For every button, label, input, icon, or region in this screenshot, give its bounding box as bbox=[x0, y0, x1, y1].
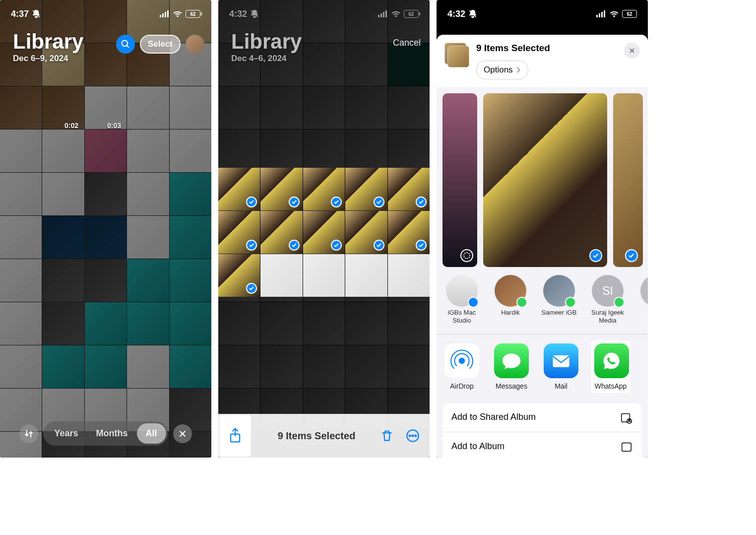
app-mail[interactable]: Mail bbox=[542, 343, 580, 393]
select-button[interactable]: Select bbox=[140, 35, 181, 54]
check-icon bbox=[416, 240, 427, 251]
profile-avatar[interactable] bbox=[186, 35, 204, 54]
check-icon bbox=[246, 197, 257, 207]
segment-all[interactable]: All bbox=[137, 423, 166, 444]
close-filter-button[interactable] bbox=[173, 424, 192, 443]
photo-thumb[interactable] bbox=[260, 254, 302, 297]
avatar bbox=[495, 275, 526, 307]
bell-slash-icon bbox=[250, 9, 259, 18]
segment-years[interactable]: Years bbox=[45, 423, 87, 444]
video-duration: 0:02 bbox=[64, 122, 78, 130]
contact-name: Sameer iGB bbox=[540, 309, 578, 317]
live-photo-icon bbox=[460, 249, 473, 262]
messages-badge-icon bbox=[565, 297, 576, 308]
options-label: Options bbox=[484, 65, 513, 75]
selected-photos-grid[interactable] bbox=[218, 168, 430, 297]
avatar bbox=[640, 275, 648, 307]
search-icon bbox=[121, 39, 130, 49]
share-sheet: 9 Items Selected Options iGBs Mac Studio bbox=[437, 35, 648, 458]
photo-thumb[interactable] bbox=[345, 168, 387, 210]
photo-thumb[interactable] bbox=[303, 211, 345, 254]
share-contact[interactable]: P bbox=[637, 275, 648, 325]
selection-count: 9 Items Selected bbox=[278, 430, 356, 442]
wifi-icon bbox=[609, 10, 619, 17]
close-icon bbox=[629, 47, 635, 54]
photo-thumb[interactable] bbox=[388, 211, 430, 254]
options-button[interactable]: Options bbox=[476, 61, 528, 79]
bell-slash-icon bbox=[32, 9, 41, 18]
svg-point-22 bbox=[629, 419, 630, 421]
preview-item[interactable] bbox=[613, 93, 643, 267]
photo-thumb[interactable] bbox=[218, 168, 260, 210]
share-title: 9 Items Selected bbox=[476, 43, 550, 54]
photo-grid[interactable] bbox=[0, 0, 211, 458]
share-contact[interactable]: iGBs Mac Studio bbox=[442, 275, 481, 325]
close-button[interactable] bbox=[624, 43, 640, 59]
cellular-icon bbox=[378, 10, 388, 17]
action-label: Add to Album bbox=[451, 441, 504, 452]
status-bar: 4:32 62 bbox=[218, 0, 430, 25]
more-icon[interactable] bbox=[406, 429, 420, 443]
share-contact[interactable]: Sameer iGB bbox=[540, 275, 578, 325]
share-contacts-row[interactable]: iGBs Mac Studio Hardik Sameer iGB SI Sur… bbox=[437, 273, 648, 334]
share-button[interactable] bbox=[220, 416, 250, 456]
app-messages[interactable]: Messages bbox=[492, 343, 531, 393]
photo-thumb[interactable] bbox=[388, 168, 430, 210]
svg-rect-15 bbox=[599, 13, 600, 17]
photo-thumb[interactable] bbox=[218, 254, 260, 297]
photo-thumb[interactable] bbox=[260, 211, 302, 254]
share-contact[interactable]: SI Suraj Igeek Media bbox=[588, 275, 627, 325]
library-header: Library Dec 6–9, 2024 bbox=[13, 30, 83, 64]
avatar bbox=[446, 275, 478, 307]
date-range: Dec 4–6, 2024 bbox=[231, 54, 302, 64]
photo-thumb[interactable] bbox=[218, 211, 260, 254]
photo-thumb[interactable] bbox=[388, 254, 430, 297]
share-apps-row[interactable]: AirDrop Messages Mail WhatsApp bbox=[437, 334, 648, 403]
sort-button[interactable] bbox=[19, 424, 38, 443]
battery-icon: 62 bbox=[622, 10, 637, 18]
photo-thumb[interactable] bbox=[303, 254, 345, 297]
shared-album-icon bbox=[620, 411, 633, 424]
check-icon bbox=[625, 249, 638, 262]
airdrop-badge-icon bbox=[468, 297, 479, 308]
share-actions-list: Add to Shared Album Add to Album bbox=[442, 403, 642, 458]
close-icon bbox=[178, 429, 187, 438]
page-title: Library bbox=[13, 30, 83, 54]
status-time: 4:32 bbox=[447, 9, 465, 19]
svg-rect-8 bbox=[385, 10, 387, 17]
check-icon bbox=[246, 283, 257, 294]
share-previews[interactable] bbox=[437, 87, 648, 273]
contact-name: Suraj Igeek Media bbox=[588, 309, 627, 325]
share-contact[interactable]: Hardik bbox=[491, 275, 530, 325]
cancel-button[interactable]: Cancel bbox=[393, 38, 421, 48]
preview-item[interactable] bbox=[442, 93, 477, 267]
action-add-album[interactable]: Add to Album bbox=[442, 432, 642, 458]
photo-thumb[interactable] bbox=[303, 168, 345, 210]
photo-thumb[interactable] bbox=[260, 168, 302, 210]
trash-icon[interactable] bbox=[380, 429, 394, 443]
segment-months[interactable]: Months bbox=[87, 423, 137, 444]
svg-rect-14 bbox=[596, 15, 598, 17]
svg-rect-3 bbox=[167, 10, 169, 17]
action-add-shared-album[interactable]: Add to Shared Album bbox=[442, 403, 642, 432]
svg-rect-1 bbox=[162, 13, 164, 17]
messages-badge-icon bbox=[614, 297, 625, 308]
preview-item[interactable] bbox=[483, 93, 607, 267]
chevron-right-icon bbox=[516, 67, 521, 73]
page-title: Library bbox=[231, 30, 302, 54]
photo-thumb[interactable] bbox=[345, 211, 387, 254]
airdrop-icon bbox=[444, 343, 479, 378]
avatar: SI bbox=[592, 275, 624, 307]
photo-thumb[interactable] bbox=[345, 254, 387, 297]
svg-rect-0 bbox=[160, 15, 161, 17]
check-icon bbox=[331, 240, 342, 251]
svg-rect-6 bbox=[380, 13, 382, 17]
svg-point-11 bbox=[412, 435, 414, 437]
check-icon bbox=[589, 249, 602, 262]
wifi-icon bbox=[173, 10, 183, 17]
search-button[interactable] bbox=[116, 35, 135, 54]
app-airdrop[interactable]: AirDrop bbox=[442, 343, 481, 393]
app-whatsapp[interactable]: WhatsApp bbox=[591, 340, 630, 393]
check-icon bbox=[289, 197, 300, 207]
check-icon bbox=[416, 197, 427, 207]
